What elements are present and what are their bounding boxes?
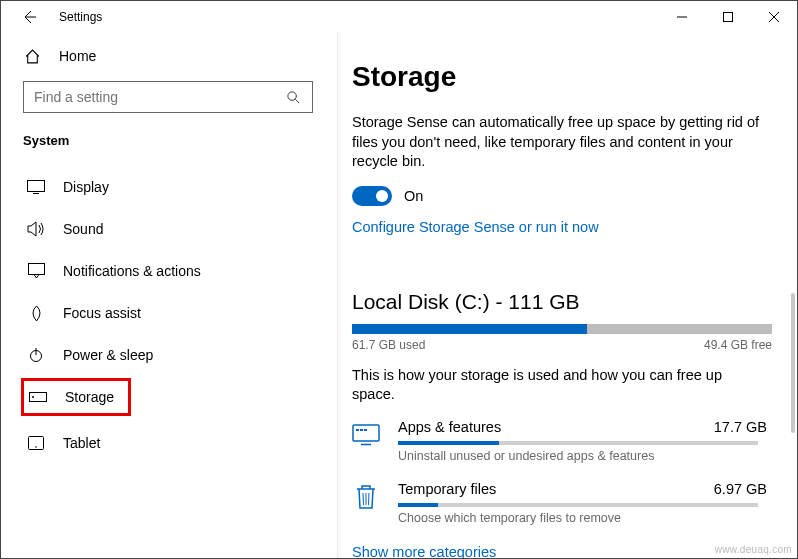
svg-rect-1	[724, 13, 733, 22]
sidebar-item-storage[interactable]: Storage	[23, 380, 129, 414]
category-bar	[398, 503, 758, 507]
power-icon	[27, 346, 45, 364]
close-button[interactable]	[751, 1, 797, 33]
svg-rect-8	[28, 264, 44, 275]
svg-point-4	[287, 91, 295, 99]
show-more-categories-link[interactable]: Show more categories	[352, 544, 496, 558]
configure-storage-sense-link[interactable]: Configure Storage Sense or run it now	[352, 219, 599, 235]
storage-sense-description: Storage Sense can automatically free up …	[352, 113, 767, 172]
maximize-button[interactable]	[705, 1, 751, 33]
sidebar-item-label: Power & sleep	[63, 347, 153, 363]
svg-rect-15	[353, 425, 379, 441]
svg-rect-18	[364, 429, 367, 431]
disk-header: Local Disk (C:) - 111 GB	[352, 290, 767, 314]
back-button[interactable]	[19, 7, 39, 27]
home-label: Home	[59, 48, 96, 64]
home-icon	[23, 47, 41, 65]
svg-rect-6	[28, 181, 45, 192]
svg-point-14	[35, 446, 37, 448]
category-size: 6.97 GB	[714, 481, 767, 497]
search-input[interactable]	[23, 81, 313, 113]
storage-sense-toggle[interactable]	[352, 186, 392, 206]
search-field[interactable]	[34, 89, 284, 105]
disk-used-label: 61.7 GB used	[352, 338, 425, 352]
disk-free-label: 49.4 GB free	[704, 338, 772, 352]
svg-line-22	[369, 493, 370, 505]
toggle-label: On	[404, 188, 423, 204]
page-title: Storage	[352, 61, 767, 93]
storage-icon	[29, 388, 47, 406]
sidebar-item-label: Storage	[65, 389, 114, 405]
category-size: 17.7 GB	[714, 419, 767, 435]
sidebar-item-sound[interactable]: Sound	[23, 208, 318, 250]
sidebar-item-focus-assist[interactable]: Focus assist	[23, 292, 318, 334]
apps-icon	[352, 421, 380, 449]
window-title: Settings	[59, 10, 102, 24]
trash-icon	[352, 483, 380, 511]
display-icon	[27, 178, 45, 196]
category-sub: Choose which temporary files to remove	[398, 511, 767, 525]
minimize-button[interactable]	[659, 1, 705, 33]
notifications-icon	[27, 262, 45, 280]
scrollbar[interactable]	[791, 293, 795, 433]
svg-rect-16	[356, 429, 359, 431]
watermark: www.deuaq.com	[715, 544, 792, 555]
sidebar-item-label: Display	[63, 179, 109, 195]
category-header: System	[23, 133, 318, 148]
sidebar-item-label: Notifications & actions	[63, 263, 201, 279]
sidebar-item-label: Tablet	[63, 435, 100, 451]
category-temporary-files[interactable]: Temporary files 6.97 GB Choose which tem…	[352, 481, 767, 525]
search-icon	[284, 88, 302, 106]
sidebar-item-power-sleep[interactable]: Power & sleep	[23, 334, 318, 376]
toggle-knob	[376, 190, 388, 202]
category-sub: Uninstall unused or undesired apps & fea…	[398, 449, 767, 463]
sound-icon	[27, 220, 45, 238]
svg-rect-17	[360, 429, 363, 431]
svg-point-12	[32, 396, 34, 398]
sidebar-item-label: Focus assist	[63, 305, 141, 321]
category-apps-features[interactable]: Apps & features 17.7 GB Uninstall unused…	[352, 419, 767, 463]
category-bar	[398, 441, 758, 445]
home-link[interactable]: Home	[23, 47, 318, 65]
sidebar-item-notifications[interactable]: Notifications & actions	[23, 250, 318, 292]
svg-line-5	[295, 99, 299, 103]
focus-assist-icon	[27, 304, 45, 322]
sidebar-item-label: Sound	[63, 221, 103, 237]
sidebar-item-tablet[interactable]: Tablet	[23, 422, 318, 464]
category-name: Apps & features	[398, 419, 501, 435]
sidebar-item-display[interactable]: Display	[23, 166, 318, 208]
disk-used-fill	[352, 324, 587, 334]
disk-usage-bar	[352, 324, 772, 334]
tablet-icon	[27, 434, 45, 452]
category-name: Temporary files	[398, 481, 496, 497]
usage-description: This is how your storage is used and how…	[352, 366, 767, 405]
svg-line-20	[363, 493, 364, 505]
